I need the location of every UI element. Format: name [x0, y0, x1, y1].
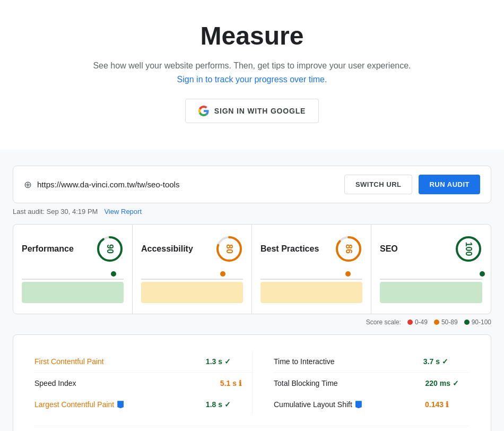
metrics-right-column: Time to Interactive 3.7 s ✓ Total Blocki…	[252, 351, 470, 415]
metric-row: First Contentful Paint 1.3 s ✓	[34, 351, 252, 373]
url-bar: ⊕ https://www.da-vinci.com.tw/tw/seo-too…	[13, 166, 491, 203]
check-icon: ✓	[453, 379, 459, 387]
score-dot	[345, 271, 351, 277]
metric-badge-icon	[117, 401, 124, 408]
scale-green: 90-100	[464, 318, 491, 326]
scores-grid: Performance 90 Accessibility 80	[13, 224, 491, 314]
url-display: ⊕ https://www.da-vinci.com.tw/tw/seo-too…	[24, 179, 179, 191]
metric-value: 5.1 s ℹ	[220, 379, 241, 387]
metric-name: Total Blocking Time	[274, 379, 338, 387]
score-number: 86	[344, 244, 353, 254]
score-dot	[480, 271, 485, 277]
scale-red: 0-49	[407, 318, 428, 326]
score-label: Accessibility	[141, 244, 193, 254]
metric-row: Speed Index 5.1 s ℹ	[34, 373, 252, 394]
score-dot	[220, 271, 225, 277]
score-bar	[141, 271, 243, 303]
check-icon: ✓	[224, 357, 231, 366]
scale-orange-dot	[434, 320, 439, 325]
scale-red-dot	[407, 320, 413, 325]
score-card-performance: Performance 90	[13, 225, 133, 314]
score-number: 90	[105, 244, 115, 254]
core-web-vitals: Core Web Vitals assessment. To learn mor…	[34, 426, 470, 431]
metric-row: Largest Contentful Paint 1.8 s ✓	[34, 394, 252, 415]
hero-section: Measure See how well your website perfor…	[0, 0, 504, 150]
switch-url-button[interactable]: SWITCH URL	[344, 175, 413, 194]
metrics-grid: First Contentful Paint 1.3 s ✓ Speed Ind…	[34, 351, 470, 415]
score-header: Best Practices 86	[260, 235, 362, 263]
score-bar	[260, 271, 362, 303]
score-dot	[111, 271, 116, 277]
page-title: Measure	[11, 21, 493, 50]
check-icon: ✓	[442, 357, 448, 366]
metrics-left-column: First Contentful Paint 1.3 s ✓ Speed Ind…	[34, 351, 252, 415]
metrics-card: First Contentful Paint 1.3 s ✓ Speed Ind…	[13, 334, 491, 431]
score-label: SEO	[380, 244, 398, 254]
run-audit-button[interactable]: RUN AUDIT	[419, 175, 480, 194]
google-logo-icon	[198, 106, 209, 116]
globe-icon: ⊕	[24, 179, 32, 191]
score-circle: 86	[335, 235, 362, 263]
metric-name: First Contentful Paint	[34, 357, 104, 366]
url-text: https://www.da-vinci.com.tw/tw/seo-tools	[37, 180, 179, 189]
metric-name: Time to Interactive	[274, 357, 335, 366]
metric-row: Total Blocking Time 220 ms ✓	[274, 373, 470, 394]
score-bar-fill	[380, 282, 482, 303]
check-icon: ✓	[224, 400, 231, 409]
metric-value: 1.8 s ✓	[206, 400, 231, 409]
main-content: ⊕ https://www.da-vinci.com.tw/tw/seo-too…	[0, 150, 504, 431]
score-card-seo: SEO 100	[371, 225, 491, 314]
score-bar	[380, 271, 482, 303]
score-number: 100	[464, 242, 473, 256]
metric-name: Speed Index	[34, 379, 76, 387]
score-header: Accessibility 80	[141, 235, 243, 263]
score-circle: 100	[455, 235, 482, 263]
metric-name: Cumulative Layout Shift	[274, 400, 362, 409]
score-bar	[22, 271, 124, 303]
url-actions: SWITCH URL RUN AUDIT	[344, 175, 480, 194]
metric-value: 1.3 s ✓	[206, 357, 231, 366]
score-label: Best Practices	[260, 244, 319, 254]
metric-value: 3.7 s ✓	[423, 357, 448, 366]
score-label: Performance	[22, 244, 74, 254]
score-header: Performance 90	[22, 235, 124, 263]
metric-row: Time to Interactive 3.7 s ✓	[274, 351, 470, 373]
last-audit-info: Last audit: Sep 30, 4:19 PM View Report	[13, 208, 491, 216]
score-circle: 80	[215, 235, 243, 263]
score-number: 80	[224, 244, 234, 254]
metric-row: Cumulative Layout Shift 0.143 ℹ	[274, 394, 470, 415]
warn-icon: ℹ	[239, 379, 241, 387]
score-card-accessibility: Accessibility 80	[133, 225, 252, 314]
metric-value: 0.143 ℹ	[425, 400, 448, 409]
metric-name: Largest Contentful Paint	[34, 400, 124, 409]
score-scale: Score scale: 0-49 50-89 90-100	[13, 318, 491, 326]
warn-icon: ℹ	[446, 400, 448, 409]
view-report-link[interactable]: View Report	[104, 208, 142, 216]
score-bar-fill	[260, 282, 362, 303]
signin-link[interactable]: Sign in to track your progress over time…	[177, 75, 327, 84]
score-card-best-practices: Best Practices 86	[252, 225, 371, 314]
score-header: SEO 100	[380, 235, 482, 263]
score-bar-fill	[141, 282, 243, 303]
metric-value: 220 ms ✓	[425, 379, 459, 387]
score-circle: 90	[96, 235, 124, 263]
google-signin-button[interactable]: SIGN IN WITH GOOGLE	[185, 99, 319, 123]
scale-orange: 50-89	[434, 318, 458, 326]
metric-badge-icon	[355, 401, 362, 408]
hero-subtitle: See how well your website performs. Then…	[11, 59, 493, 86]
scale-green-dot	[464, 320, 470, 325]
score-bar-fill	[22, 282, 124, 303]
